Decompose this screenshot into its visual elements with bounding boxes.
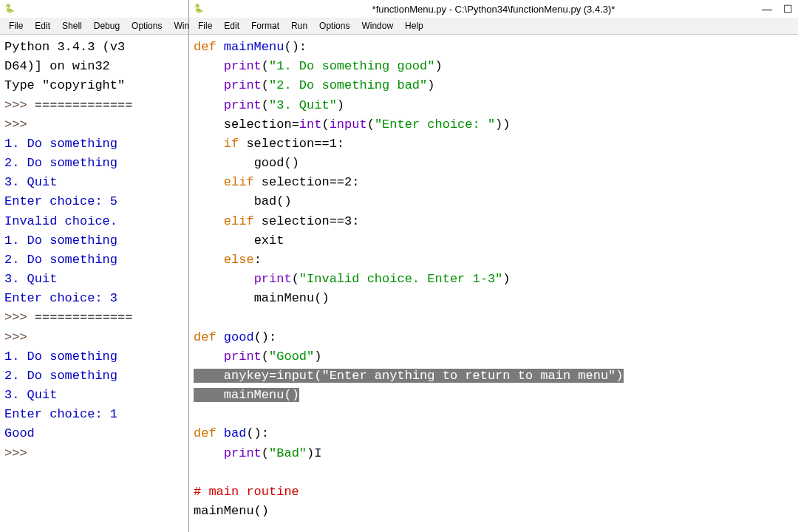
identifier: selection: [262, 175, 330, 189]
output-line: 1. Do something: [4, 137, 117, 151]
output-line: Invalid choice.: [4, 214, 117, 228]
output-line: 2. Do something: [4, 369, 117, 383]
keyword: def: [194, 40, 216, 54]
editor-titlebar: 🐍 *functionMenu.py - C:\Python34\functio…: [189, 0, 798, 18]
function-name: good: [224, 330, 254, 344]
window-title: *functionMenu.py - C:\Python34\functionM…: [372, 4, 615, 15]
menu-file[interactable]: File: [3, 19, 29, 33]
editor-menubar: File Edit Format Run Options Window Help: [189, 18, 798, 35]
code-editor[interactable]: def mainMenu(): print("1. Do something g…: [189, 35, 798, 532]
identifier: mainMenu: [194, 504, 254, 518]
keyword: if: [224, 137, 239, 151]
output-line: Good: [4, 426, 35, 440]
menu-options[interactable]: Options: [313, 19, 355, 33]
keyword: elif: [224, 214, 254, 228]
builtin: print: [224, 349, 262, 364]
prompt: >>>: [4, 98, 35, 112]
output-line: 3. Quit: [4, 388, 57, 402]
builtin: input: [276, 369, 314, 383]
menu-options[interactable]: Options: [126, 19, 168, 33]
identifier: mainMenu: [254, 291, 315, 305]
text-cursor-icon: I: [314, 444, 321, 463]
editor-window: 🐍 *functionMenu.py - C:\Python34\functio…: [189, 0, 798, 532]
menu-file[interactable]: File: [192, 19, 218, 33]
string: "2. Do something bad": [269, 78, 427, 92]
banner-line: Type "copyright": [4, 78, 125, 92]
banner-line: Python 3.4.3 (v3: [4, 40, 125, 54]
prompt: >>>: [4, 446, 35, 460]
window-controls: — ☐: [757, 0, 798, 18]
builtin: print: [224, 59, 262, 73]
builtin: input: [330, 117, 367, 132]
identifier: anykey: [224, 369, 269, 383]
string: "Invalid choice. Enter 1-3": [299, 272, 502, 286]
identifier: bad: [254, 194, 277, 208]
function-name: bad: [224, 426, 247, 440]
prompt: >>>: [4, 310, 35, 324]
banner-line: D64)] on win32: [4, 59, 110, 73]
output-line: 1. Do something: [4, 349, 117, 364]
keyword: else: [224, 253, 254, 267]
string: "1. Do something good": [269, 59, 434, 73]
string: "Enter choice: ": [375, 117, 495, 132]
menu-window[interactable]: Window: [355, 19, 399, 33]
menu-shell[interactable]: Shell: [56, 19, 88, 33]
python-icon: 🐍: [4, 4, 15, 14]
builtin: int: [299, 117, 322, 132]
identifier: selection: [246, 137, 314, 151]
prompt: >>>: [4, 117, 35, 132]
builtin: print: [224, 78, 262, 92]
output-line: 3. Quit: [4, 272, 57, 286]
output-line: 2. Do something: [4, 253, 117, 267]
menu-edit[interactable]: Edit: [218, 19, 245, 33]
minimize-button[interactable]: —: [757, 0, 777, 18]
maximize-button[interactable]: ☐: [777, 0, 798, 18]
string: "Enter anything to return to main menu": [321, 369, 615, 383]
function-name: mainMenu: [224, 40, 284, 54]
identifier: good: [254, 156, 284, 170]
string: "3. Quit": [269, 98, 337, 112]
shell-window: 🐍 File Edit Shell Debug Options Window P…: [0, 0, 189, 532]
output-line: 2. Do something: [4, 156, 117, 170]
shell-output[interactable]: Python 3.4.3 (v3 D64)] on win32 Type "co…: [0, 35, 188, 532]
menu-help[interactable]: Help: [399, 19, 429, 33]
comment: # main routine: [194, 485, 299, 499]
output-line: 1. Do something: [4, 233, 117, 248]
restart-line: =============: [35, 98, 133, 112]
identifier: selection: [224, 117, 292, 132]
menu-run[interactable]: Run: [285, 19, 313, 33]
string: "Good": [269, 349, 314, 364]
keyword: def: [194, 426, 216, 440]
builtin: print: [224, 446, 262, 460]
prompt: >>>: [4, 330, 35, 344]
output-line: Enter choice: 3: [4, 291, 117, 305]
menu-debug[interactable]: Debug: [88, 19, 126, 33]
menu-format[interactable]: Format: [245, 19, 285, 33]
identifier: mainMenu: [224, 388, 284, 402]
shell-menubar: File Edit Shell Debug Options Window: [0, 18, 188, 35]
restart-line: =============: [35, 310, 133, 324]
python-icon: 🐍: [194, 4, 204, 14]
string: "Bad": [269, 446, 307, 460]
output-line: Enter choice: 5: [4, 194, 117, 208]
builtin: print: [224, 98, 262, 112]
selected-text: anykey=input("Enter anything to return t…: [194, 369, 624, 402]
output-line: Enter choice: 1: [4, 407, 117, 421]
output-line: 3. Quit: [4, 175, 57, 189]
menu-edit[interactable]: Edit: [29, 19, 56, 33]
identifier: exit: [254, 233, 284, 248]
identifier: selection: [262, 214, 330, 228]
keyword: def: [194, 330, 216, 344]
keyword: elif: [224, 175, 254, 189]
shell-titlebar: 🐍: [0, 0, 188, 18]
builtin: print: [254, 272, 292, 286]
